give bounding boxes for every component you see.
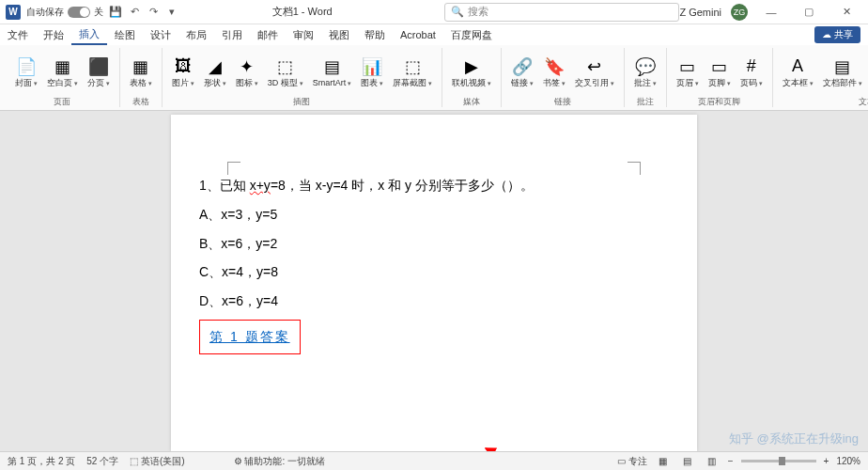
ribbon-icon: ✦ bbox=[237, 56, 257, 77]
minimize-button[interactable]: — bbox=[757, 1, 785, 24]
zoom-out-button[interactable]: − bbox=[728, 456, 734, 466]
crop-mark-icon bbox=[227, 162, 240, 175]
zoom-slider[interactable] bbox=[741, 460, 816, 462]
read-mode-icon[interactable]: ▦ bbox=[655, 455, 672, 468]
ribbon-icon: # bbox=[741, 56, 762, 77]
ribbon-icon: ▭ bbox=[709, 56, 730, 77]
ribbon-button[interactable]: ▭页脚 ▾ bbox=[705, 55, 735, 90]
status-bar: 第 1 页，共 2 页 52 个字 ⬚ 英语(美国) ⚙ 辅助功能: 一切就绪 … bbox=[0, 451, 868, 470]
ribbon-button[interactable]: ▭页眉 ▾ bbox=[673, 55, 703, 90]
ribbon-icon: A bbox=[787, 56, 808, 77]
tab-view[interactable]: 视图 bbox=[321, 24, 357, 45]
accessibility-status[interactable]: ⚙ 辅助功能: 一切就绪 bbox=[234, 455, 325, 468]
ribbon-group-label: 插图 bbox=[168, 96, 436, 107]
ribbon-icon: ⬛ bbox=[88, 56, 109, 77]
ribbon-icon: ▦ bbox=[52, 56, 72, 77]
tab-help[interactable]: 帮助 bbox=[357, 24, 393, 45]
focus-mode[interactable]: ▭ 专注 bbox=[617, 455, 647, 468]
tab-insert[interactable]: 插入 bbox=[71, 24, 107, 45]
close-button[interactable]: ✕ bbox=[832, 1, 860, 24]
ribbon-button[interactable]: 📊图表 ▾ bbox=[357, 55, 387, 90]
page-indicator[interactable]: 第 1 页，共 2 页 bbox=[8, 455, 75, 468]
word-count[interactable]: 52 个字 bbox=[86, 455, 118, 468]
tab-references[interactable]: 引用 bbox=[214, 24, 250, 45]
maximize-button[interactable]: ▢ bbox=[795, 1, 823, 24]
toggle-switch-icon[interactable] bbox=[68, 7, 90, 18]
ribbon-icon: ▤ bbox=[321, 56, 342, 77]
ribbon-icon: 🔗 bbox=[512, 56, 533, 77]
redo-icon[interactable]: ↷ bbox=[147, 6, 160, 19]
ribbon-group-label: 链接 bbox=[507, 96, 618, 107]
answer-hyperlink-box[interactable]: 第 1 题答案 bbox=[199, 320, 301, 354]
user-avatar-icon[interactable]: ZG bbox=[731, 4, 748, 21]
zoom-in-button[interactable]: + bbox=[824, 456, 829, 466]
ribbon-button[interactable]: ▶联机视频 ▾ bbox=[448, 55, 495, 90]
ribbon-icon: ▦ bbox=[131, 56, 151, 77]
ribbon-group-label: 页面 bbox=[11, 96, 114, 107]
tab-home[interactable]: 开始 bbox=[36, 24, 71, 45]
ribbon-icon: ⬚ bbox=[275, 56, 296, 77]
ribbon-button[interactable]: ⬚3D 模型 ▾ bbox=[264, 55, 307, 90]
ribbon-group-label: 页眉和页脚 bbox=[673, 96, 767, 107]
ribbon-group: A文本框 ▾▤文档部件 ▾A艺术字 ▾A首字下沉 ▾文本 bbox=[773, 48, 868, 107]
ribbon-group: 📄封面 ▾▦空白页 ▾⬛分页 ▾页面 bbox=[6, 48, 120, 107]
ribbon-group: 🖼图片 ▾◢形状 ▾✦图标 ▾⬚3D 模型 ▾▤SmartArt ▾📊图表 ▾⬚… bbox=[163, 48, 442, 107]
user-name[interactable]: Z Gemini bbox=[679, 7, 721, 18]
ribbon-icon: 🖼 bbox=[173, 56, 194, 77]
tab-draw[interactable]: 绘图 bbox=[107, 24, 143, 45]
ribbon-icon: 📊 bbox=[362, 56, 382, 77]
tab-mailings[interactable]: 邮件 bbox=[250, 24, 286, 45]
save-icon[interactable]: 💾 bbox=[109, 6, 122, 19]
autosave-toggle[interactable]: 自动保存 关 bbox=[26, 6, 103, 19]
ribbon-group: ▦表格 ▾表格 bbox=[120, 48, 163, 107]
ribbon-group-label: 批注 bbox=[630, 96, 660, 107]
ribbon-button[interactable]: ▤文档部件 ▾ bbox=[819, 55, 866, 90]
ribbon-icon: ↩ bbox=[584, 56, 605, 77]
qat-customize-icon[interactable]: ▾ bbox=[165, 6, 178, 19]
ribbon-group: 💬批注 ▾批注 bbox=[625, 48, 667, 107]
ribbon-button[interactable]: 💬批注 ▾ bbox=[630, 55, 660, 90]
tab-layout[interactable]: 布局 bbox=[178, 24, 214, 45]
arrow-annotation-icon bbox=[481, 444, 575, 451]
language-indicator[interactable]: ⬚ 英语(美国) bbox=[130, 455, 184, 468]
search-input[interactable]: 🔍 搜索 bbox=[444, 3, 679, 22]
ribbon-button[interactable]: ⬛分页 ▾ bbox=[84, 55, 114, 90]
ribbon-button[interactable]: 🔖书签 ▾ bbox=[539, 55, 569, 90]
ribbon-group: 🔗链接 ▾🔖书签 ▾↩交叉引用 ▾链接 bbox=[502, 48, 625, 107]
ribbon-button[interactable]: ▤SmartArt ▾ bbox=[309, 55, 355, 90]
ribbon-tabs: 文件 开始 插入 绘图 设计 布局 引用 邮件 审阅 视图 帮助 Acrobat… bbox=[0, 24, 868, 45]
ribbon-button[interactable]: 🔗链接 ▾ bbox=[507, 55, 537, 90]
document-title: 文档1 - Word bbox=[178, 5, 426, 19]
web-layout-icon[interactable]: ▥ bbox=[704, 455, 721, 468]
ribbon-button[interactable]: ↩交叉引用 ▾ bbox=[571, 55, 618, 90]
ribbon-group: ▶联机视频 ▾媒体 bbox=[442, 48, 502, 107]
tab-file[interactable]: 文件 bbox=[0, 24, 36, 45]
answer-hyperlink[interactable]: 第 1 题答案 bbox=[209, 329, 290, 344]
ribbon-icon: 🔖 bbox=[544, 56, 565, 77]
question-text[interactable]: 1、已知 x+y=8，当 x-y=4 时，x 和 y 分别等于多少（）。 A、x… bbox=[199, 171, 669, 354]
ribbon-button[interactable]: ▦空白页 ▾ bbox=[43, 55, 82, 90]
ribbon-button[interactable]: 🖼图片 ▾ bbox=[168, 55, 198, 90]
tab-design[interactable]: 设计 bbox=[143, 24, 178, 45]
ribbon-group-label: 媒体 bbox=[448, 96, 495, 107]
ribbon-button[interactable]: ▦表格 ▾ bbox=[126, 55, 156, 90]
ribbon-button[interactable]: ⬚屏幕截图 ▾ bbox=[389, 55, 436, 90]
tab-review[interactable]: 审阅 bbox=[286, 24, 321, 45]
share-button[interactable]: ☁ 共享 bbox=[814, 26, 860, 43]
ribbon-button[interactable]: ✦图标 ▾ bbox=[232, 55, 262, 90]
title-bar: W 自动保存 关 💾 ↶ ↷ ▾ 文档1 - Word 🔍 搜索 Z Gemin… bbox=[0, 0, 868, 24]
crop-mark-icon bbox=[628, 162, 641, 175]
ribbon-icon: ▤ bbox=[832, 56, 853, 77]
document-area[interactable]: 1、已知 x+y=8，当 x-y=4 时，x 和 y 分别等于多少（）。 A、x… bbox=[0, 111, 868, 451]
search-icon: 🔍 bbox=[451, 6, 464, 18]
tab-acrobat[interactable]: Acrobat bbox=[393, 24, 443, 45]
zoom-level[interactable]: 120% bbox=[836, 456, 860, 466]
print-layout-icon[interactable]: ▤ bbox=[679, 455, 696, 468]
document-page[interactable]: 1、已知 x+y=8，当 x-y=4 时，x 和 y 分别等于多少（）。 A、x… bbox=[171, 115, 697, 451]
ribbon-button[interactable]: #页码 ▾ bbox=[736, 55, 767, 90]
undo-icon[interactable]: ↶ bbox=[128, 6, 141, 19]
ribbon-button[interactable]: 📄封面 ▾ bbox=[11, 55, 41, 90]
ribbon-button[interactable]: ◢形状 ▾ bbox=[200, 55, 230, 90]
tab-baidu[interactable]: 百度网盘 bbox=[443, 24, 500, 45]
ribbon-button[interactable]: A文本框 ▾ bbox=[779, 55, 817, 90]
